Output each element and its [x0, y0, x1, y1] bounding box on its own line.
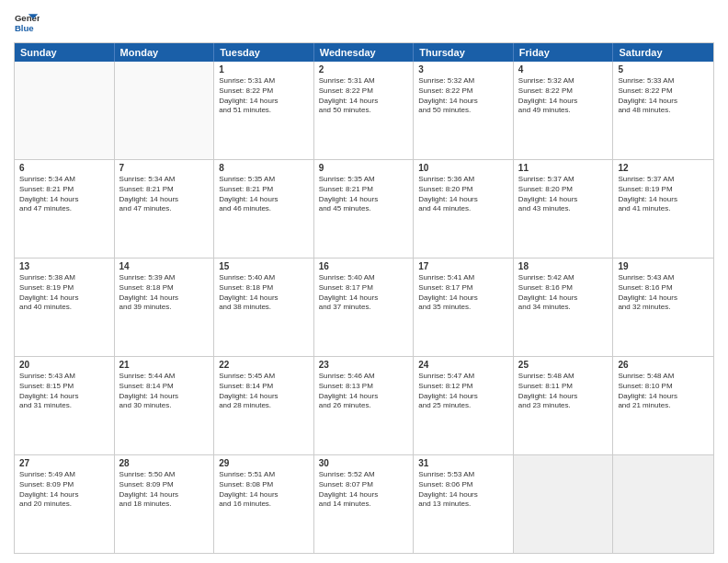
cell-info-line: Daylight: 14 hours — [19, 195, 109, 205]
cell-info-line: Daylight: 14 hours — [119, 195, 210, 205]
cell-info-line: Sunset: 8:22 PM — [219, 86, 309, 97]
day-number: 25 — [518, 360, 609, 370]
cell-info-line: Daylight: 14 hours — [119, 293, 210, 304]
day-number: 9 — [319, 163, 409, 173]
calendar-week-row: 27Sunrise: 5:49 AMSunset: 8:09 PMDayligh… — [15, 454, 713, 553]
day-number: 10 — [418, 163, 508, 173]
cell-info-line: and 28 minutes. — [219, 401, 309, 411]
cell-info-line: Sunset: 8:18 PM — [219, 283, 309, 293]
cell-info-line: Sunset: 8:10 PM — [618, 382, 709, 392]
day-number: 8 — [219, 163, 309, 173]
cell-info-line: Daylight: 14 hours — [518, 97, 609, 107]
calendar-cell: 5Sunrise: 5:33 AMSunset: 8:22 PMDaylight… — [613, 62, 713, 159]
calendar-cell: 8Sunrise: 5:35 AMSunset: 8:21 PMDaylight… — [214, 160, 314, 258]
day-number: 27 — [19, 458, 109, 468]
cell-info-line: Sunset: 8:22 PM — [319, 86, 409, 97]
cell-info-line: Sunrise: 5:48 AM — [518, 372, 609, 382]
cell-info-line: Sunset: 8:19 PM — [19, 283, 109, 293]
logo: General Blue — [14, 9, 40, 35]
cell-info-line: Sunrise: 5:35 AM — [319, 175, 409, 185]
calendar-cell: 16Sunrise: 5:40 AMSunset: 8:17 PMDayligh… — [314, 259, 415, 356]
cell-info-line: and 43 minutes. — [518, 204, 609, 214]
cell-info-line: Daylight: 14 hours — [19, 392, 109, 402]
weekday-header: Thursday — [414, 43, 514, 62]
cell-info-line: Sunrise: 5:37 AM — [618, 175, 709, 185]
cell-info-line: and 49 minutes. — [518, 106, 609, 116]
cell-info-line: and 44 minutes. — [418, 204, 508, 214]
day-number: 18 — [518, 261, 609, 271]
cell-info-line: and 25 minutes. — [418, 401, 508, 411]
cell-info-line: Sunset: 8:21 PM — [219, 185, 309, 195]
day-number: 16 — [319, 261, 409, 271]
page-header: General Blue — [14, 9, 714, 35]
cell-info-line: Sunrise: 5:51 AM — [219, 470, 309, 480]
cell-info-line: and 48 minutes. — [618, 106, 709, 116]
cell-info-line: and 13 minutes. — [418, 500, 508, 510]
cell-info-line: Sunrise: 5:31 AM — [219, 76, 309, 86]
calendar-cell — [514, 455, 614, 553]
cell-info-line: Sunrise: 5:53 AM — [418, 470, 508, 480]
cell-info-line: and 20 minutes. — [19, 500, 109, 510]
cell-info-line: Daylight: 14 hours — [319, 392, 409, 402]
cell-info-line: Sunrise: 5:49 AM — [19, 470, 109, 480]
calendar-cell: 20Sunrise: 5:43 AMSunset: 8:15 PMDayligh… — [15, 357, 115, 454]
day-number: 3 — [418, 64, 508, 75]
cell-info-line: Daylight: 14 hours — [19, 490, 109, 500]
cell-info-line: Sunset: 8:19 PM — [618, 185, 709, 195]
cell-info-line: Sunset: 8:06 PM — [418, 480, 508, 490]
calendar-cell: 1Sunrise: 5:31 AMSunset: 8:22 PMDaylight… — [214, 62, 314, 159]
logo-icon: General Blue — [14, 9, 40, 35]
calendar-cell: 6Sunrise: 5:34 AMSunset: 8:21 PMDaylight… — [15, 160, 115, 258]
cell-info-line: Sunrise: 5:38 AM — [19, 273, 109, 283]
cell-info-line: and 26 minutes. — [319, 401, 409, 411]
cell-info-line: and 51 minutes. — [219, 106, 309, 116]
day-number: 1 — [219, 64, 309, 75]
cell-info-line: Sunrise: 5:34 AM — [19, 175, 109, 185]
cell-info-line: Sunrise: 5:40 AM — [319, 273, 409, 283]
cell-info-line: Sunset: 8:22 PM — [518, 86, 609, 97]
calendar-cell — [115, 62, 215, 159]
calendar-cell: 24Sunrise: 5:47 AMSunset: 8:12 PMDayligh… — [414, 357, 514, 454]
day-number: 24 — [418, 360, 508, 370]
cell-info-line: and 50 minutes. — [418, 106, 508, 116]
cell-info-line: Daylight: 14 hours — [319, 97, 409, 107]
cell-info-line: Daylight: 14 hours — [219, 392, 309, 402]
calendar-cell: 13Sunrise: 5:38 AMSunset: 8:19 PMDayligh… — [15, 259, 115, 356]
cell-info-line: Sunset: 8:21 PM — [19, 185, 109, 195]
cell-info-line: Daylight: 14 hours — [319, 195, 409, 205]
calendar-cell: 26Sunrise: 5:48 AMSunset: 8:10 PMDayligh… — [613, 357, 713, 454]
cell-info-line: Sunset: 8:11 PM — [518, 382, 609, 392]
cell-info-line: Sunrise: 5:44 AM — [119, 372, 210, 382]
cell-info-line: and 14 minutes. — [319, 500, 409, 510]
calendar-cell: 22Sunrise: 5:45 AMSunset: 8:14 PMDayligh… — [214, 357, 314, 454]
cell-info-line: and 47 minutes. — [119, 204, 210, 214]
cell-info-line: Daylight: 14 hours — [418, 293, 508, 304]
cell-info-line: Sunrise: 5:32 AM — [518, 76, 609, 86]
weekday-header: Friday — [514, 43, 614, 62]
day-number: 15 — [219, 261, 309, 271]
calendar: SundayMondayTuesdayWednesdayThursdayFrid… — [14, 42, 714, 554]
cell-info-line: Daylight: 14 hours — [518, 392, 609, 402]
cell-info-line: and 32 minutes. — [618, 303, 709, 313]
calendar-body: 1Sunrise: 5:31 AMSunset: 8:22 PMDaylight… — [15, 62, 713, 553]
cell-info-line: Daylight: 14 hours — [618, 293, 709, 304]
cell-info-line: and 41 minutes. — [618, 204, 709, 214]
calendar-cell: 27Sunrise: 5:49 AMSunset: 8:09 PMDayligh… — [15, 455, 115, 553]
cell-info-line: and 46 minutes. — [219, 204, 309, 214]
weekday-header: Sunday — [15, 43, 115, 62]
cell-info-line: Daylight: 14 hours — [418, 490, 508, 500]
day-number: 30 — [319, 458, 409, 468]
cell-info-line: and 39 minutes. — [119, 303, 210, 313]
svg-text:Blue: Blue — [15, 23, 34, 33]
cell-info-line: Sunrise: 5:36 AM — [418, 175, 508, 185]
day-number: 20 — [19, 360, 109, 370]
calendar-cell: 10Sunrise: 5:36 AMSunset: 8:20 PMDayligh… — [414, 160, 514, 258]
cell-info-line: Sunset: 8:09 PM — [119, 480, 210, 490]
cell-info-line: Daylight: 14 hours — [618, 97, 709, 107]
cell-info-line: Sunrise: 5:41 AM — [418, 273, 508, 283]
cell-info-line: Sunset: 8:20 PM — [418, 185, 508, 195]
cell-info-line: Sunset: 8:21 PM — [119, 185, 210, 195]
day-number: 4 — [518, 64, 609, 75]
cell-info-line: Sunrise: 5:43 AM — [618, 273, 709, 283]
cell-info-line: Daylight: 14 hours — [518, 293, 609, 304]
